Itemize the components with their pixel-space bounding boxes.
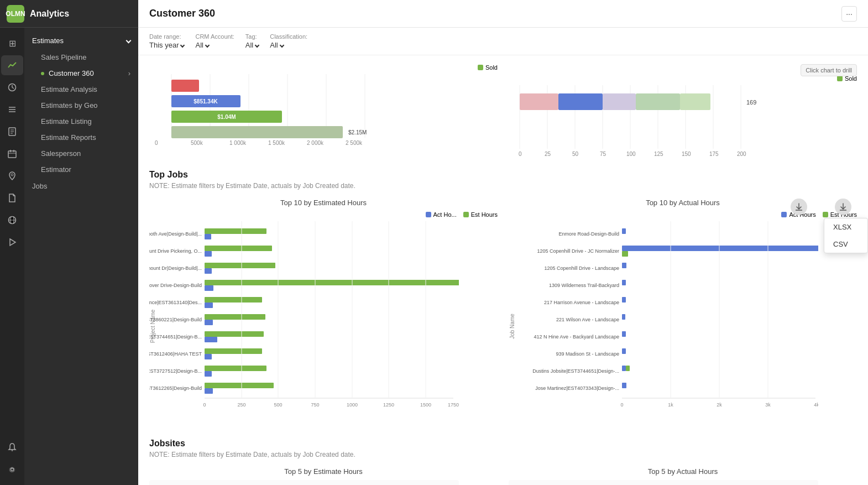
filter-date-range-value[interactable]: This year bbox=[149, 41, 184, 49]
filter-crm-account-value[interactable]: All bbox=[195, 41, 234, 49]
est-bar-2[interactable] bbox=[205, 263, 275, 268]
sidebar-item-customer360[interactable]: Customer 360 › bbox=[24, 65, 138, 81]
est-bar-6[interactable] bbox=[205, 331, 264, 337]
act-bar-4[interactable] bbox=[205, 303, 213, 308]
act-bar-r8[interactable] bbox=[622, 366, 626, 371]
act-bar-r4[interactable] bbox=[622, 297, 626, 303]
left-chart-svg: Project Name 107 William Booth Ave|Desig… bbox=[149, 221, 459, 426]
act-bar-r0[interactable] bbox=[622, 228, 626, 234]
download-xlsx-item[interactable]: XLSX bbox=[824, 218, 867, 236]
top-charts-section: Sold 0 500k 1 000k 1 500k 2 000k 2 500k bbox=[138, 55, 868, 159]
play-icon[interactable] bbox=[1, 232, 23, 252]
svg-text:250: 250 bbox=[237, 402, 245, 408]
svg-text:|EST3612265|Design-Build: |EST3612265|Design-Build bbox=[149, 385, 202, 391]
act-bar-r2[interactable] bbox=[622, 263, 626, 268]
scroll-area[interactable]: Date range: This year CRM Account: All T… bbox=[138, 28, 868, 485]
right-bar-2[interactable] bbox=[558, 93, 603, 110]
act-bar-0[interactable] bbox=[205, 234, 211, 239]
est-bar-5[interactable] bbox=[205, 314, 265, 320]
act-bar-r1[interactable] bbox=[622, 246, 818, 251]
act-bar-6[interactable] bbox=[205, 337, 217, 342]
svg-text:2k: 2k bbox=[717, 402, 722, 408]
sidebar-item-sales-pipeline[interactable]: Sales Pipeline bbox=[24, 49, 138, 65]
main-content: Customer 360 ··· Date range: This year C… bbox=[138, 0, 868, 485]
est-bar-1[interactable] bbox=[205, 246, 272, 251]
topbar: Customer 360 ··· bbox=[138, 0, 868, 28]
filter-classification-value[interactable]: All bbox=[270, 41, 307, 49]
svg-text:Beeman Residence|EST3613140|De: Beeman Residence|EST3613140|Des... bbox=[149, 300, 202, 305]
svg-text:500k: 500k bbox=[191, 140, 203, 146]
top-jobs-note: NOTE: Estimate filters by Estimate Date,… bbox=[149, 182, 857, 190]
list-icon[interactable] bbox=[1, 100, 23, 119]
sidebar-item-estimate-analysis[interactable]: Estimate Analysis bbox=[24, 81, 138, 97]
act-bar-r3[interactable] bbox=[622, 280, 626, 285]
top-bar-1[interactable] bbox=[171, 80, 199, 92]
item-arrow-icon: › bbox=[128, 69, 130, 77]
sidebar-item-estimate-listing[interactable]: Estimate Listing bbox=[24, 113, 138, 129]
right-download-button[interactable] bbox=[791, 199, 807, 215]
est-bar-3[interactable] bbox=[205, 280, 459, 285]
est-bar-r8[interactable] bbox=[626, 366, 630, 371]
sidebar-icon-strip: ⊞ bbox=[0, 28, 24, 485]
est-bar-9[interactable] bbox=[205, 383, 274, 388]
download-csv-item[interactable]: CSV bbox=[824, 236, 867, 253]
svg-text:4015 South Clover Drive-Design: 4015 South Clover Drive-Design-Build bbox=[149, 283, 202, 288]
act-bar-5[interactable] bbox=[205, 320, 213, 325]
est-bar-4[interactable] bbox=[205, 297, 262, 303]
legend-est-dot-right bbox=[823, 212, 828, 217]
act-bar-3[interactable] bbox=[205, 285, 213, 291]
topbar-more-button[interactable]: ··· bbox=[841, 6, 857, 22]
right-bar-3[interactable] bbox=[603, 93, 636, 110]
svg-text:Jose Martinez|EST4073343|Desig: Jose Martinez|EST4073343|Design-... bbox=[535, 385, 619, 391]
receipt-icon[interactable] bbox=[1, 122, 23, 142]
download-button[interactable] bbox=[835, 199, 851, 215]
act-bar-r7[interactable] bbox=[622, 348, 626, 354]
document-icon[interactable] bbox=[1, 188, 23, 208]
sidebar-item-estimator[interactable]: Estimator bbox=[24, 161, 138, 178]
est-bar-8[interactable] bbox=[205, 366, 266, 371]
est-bar-7[interactable] bbox=[205, 348, 262, 354]
globe-icon[interactable] bbox=[1, 210, 23, 230]
act-bar-7[interactable] bbox=[205, 354, 212, 359]
svg-text:1454 Rougemount Dr|Design-Buil: 1454 Rougemount Dr|Design-Build|... bbox=[149, 265, 202, 271]
act-bar-2[interactable] bbox=[205, 268, 212, 274]
filter-tag-chevron-icon bbox=[255, 43, 259, 47]
act-bar-r9[interactable] bbox=[622, 383, 626, 388]
sidebar-item-estimates-by-geo[interactable]: Estimates by Geo bbox=[24, 97, 138, 113]
svg-text:1309 Wilderness Trail-Backyard: 1309 Wilderness Trail-Backyard bbox=[549, 283, 619, 288]
est-bar-0[interactable] bbox=[205, 228, 266, 234]
svg-text:Colin Cola|EST3860221|Design-B: Colin Cola|EST3860221|Design-Build bbox=[149, 317, 202, 322]
filter-tag-value[interactable]: All bbox=[245, 41, 259, 49]
act-bar-8[interactable] bbox=[205, 371, 212, 377]
location-icon[interactable] bbox=[1, 166, 23, 186]
estimates-section-header[interactable]: Estimates bbox=[24, 32, 138, 49]
top-right-svg[interactable]: 169 0 25 50 75 100 125 150 175 200 bbox=[509, 85, 807, 157]
right-bar-5[interactable] bbox=[680, 93, 710, 110]
svg-point-23 bbox=[11, 468, 14, 471]
sidebar-item-salesperson[interactable]: Salesperson bbox=[24, 145, 138, 161]
act-bar-r6[interactable] bbox=[622, 331, 626, 337]
est-bar-r1[interactable] bbox=[622, 251, 628, 257]
right-bar-4[interactable] bbox=[636, 93, 680, 110]
svg-text:75: 75 bbox=[600, 151, 606, 157]
sidebar-item-estimate-reports[interactable]: Estimate Reports bbox=[24, 129, 138, 145]
clock-icon[interactable] bbox=[1, 77, 23, 97]
legend-sold-dot-right bbox=[837, 76, 843, 81]
act-bar-1[interactable] bbox=[205, 251, 212, 257]
act-bar-9[interactable] bbox=[205, 388, 213, 394]
svg-rect-107 bbox=[509, 480, 818, 485]
chart-icon[interactable] bbox=[1, 55, 23, 75]
settings-icon[interactable] bbox=[1, 460, 23, 479]
legend-est-dot-left bbox=[463, 212, 469, 217]
notification-icon[interactable] bbox=[1, 437, 23, 457]
app-logo: OLMN bbox=[7, 5, 24, 23]
jobs-section-header[interactable]: Jobs bbox=[24, 178, 138, 195]
dashboard-icon[interactable]: ⊞ bbox=[1, 33, 23, 53]
top-bar-4[interactable] bbox=[171, 126, 343, 138]
act-bar-r5[interactable] bbox=[622, 314, 625, 320]
jobsites-left-chart: Top 5 by Estimate Hours bbox=[149, 467, 498, 485]
calendar-icon[interactable] bbox=[1, 144, 23, 164]
svg-line-2 bbox=[12, 87, 14, 88]
right-bar-1[interactable] bbox=[520, 93, 558, 110]
svg-text:750: 750 bbox=[311, 402, 319, 408]
